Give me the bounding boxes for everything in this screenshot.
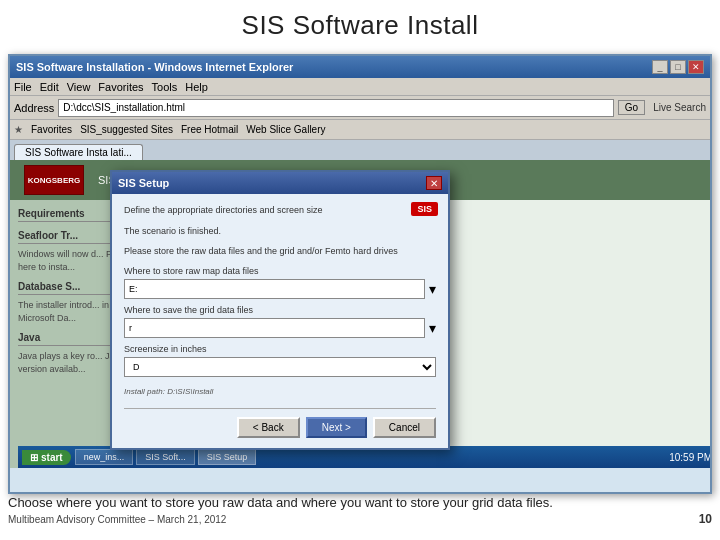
start-label: start (41, 452, 63, 463)
minimize-button[interactable]: _ (652, 60, 668, 74)
taskbar-items: new_ins... SIS Soft... SIS Setup (75, 449, 660, 465)
taskbar-item-sissetup[interactable]: SIS Setup (198, 449, 257, 465)
start-button[interactable]: ⊞ start (22, 450, 71, 465)
browser-favbar: ★ Favorites SIS_suggested Sites Free Hot… (10, 120, 710, 140)
dialog-description-line3: Please store the raw data files and the … (124, 245, 436, 258)
kongsberg-logo: KONGSBERG (24, 165, 84, 195)
sis-setup-dialog: SIS Setup ✕ SIS Define the appropriate d… (110, 170, 450, 450)
caption-org: Multibeam Advisory Committee – March 21,… (8, 514, 226, 525)
dialog-install-note: Install path: D:\SIS\Install (124, 387, 436, 396)
sis-page: KONGSBERG SIS Software Installation Requ… (10, 160, 710, 468)
address-input[interactable] (58, 99, 613, 117)
menu-tools[interactable]: Tools (152, 81, 178, 93)
taskbar-item-newinst[interactable]: new_ins... (75, 449, 134, 465)
raw-data-input[interactable] (124, 279, 425, 299)
fav-hotmail[interactable]: Free Hotmail (181, 124, 238, 135)
dialog-buttons: < Back Next > Cancel (124, 408, 436, 438)
browser-tabbar: SIS Software Insta lati... (10, 140, 710, 160)
live-search-label: Live Search (653, 102, 706, 113)
dialog-titlebar: SIS Setup ✕ (112, 172, 448, 194)
browser-controls: _ □ ✕ (652, 60, 704, 74)
menu-file[interactable]: File (14, 81, 32, 93)
caption-main-text: Choose where you want to store you raw d… (8, 495, 712, 510)
dialog-title: SIS Setup (118, 177, 169, 189)
browser-window: SIS Software Installation - Windows Inte… (8, 54, 712, 494)
address-label: Address (14, 102, 54, 114)
grid-data-label: Where to save the grid data files (124, 305, 436, 315)
close-button[interactable]: ✕ (688, 60, 704, 74)
raw-dropdown-icon[interactable]: ▾ (429, 281, 436, 297)
menu-edit[interactable]: Edit (40, 81, 59, 93)
browser-titlebar: SIS Software Installation - Windows Inte… (10, 56, 710, 78)
browser-tab[interactable]: SIS Software Insta lati... (14, 144, 143, 160)
next-button[interactable]: Next > (306, 417, 367, 438)
taskbar-item-sissoft[interactable]: SIS Soft... (136, 449, 195, 465)
caption-page-number: 10 (699, 512, 712, 526)
grid-dropdown-icon[interactable]: ▾ (429, 320, 436, 336)
windows-icon: ⊞ (30, 452, 38, 463)
browser-title-text: SIS Software Installation - Windows Inte… (16, 61, 293, 73)
dialog-close-button[interactable]: ✕ (426, 176, 442, 190)
dialog-badge: SIS (411, 202, 438, 216)
page-title: SIS Software Install (0, 0, 720, 49)
taskbar-clock: 10:59 PM (663, 452, 710, 463)
back-button[interactable]: < Back (237, 417, 300, 438)
raw-data-label: Where to store raw map data files (124, 266, 436, 276)
fav-suggested[interactable]: SIS_suggested Sites (80, 124, 173, 135)
fav-favorites[interactable]: Favorites (31, 124, 72, 135)
caption-footer: Multibeam Advisory Committee – March 21,… (8, 512, 712, 526)
screensize-label: Screensize in inches (124, 344, 436, 354)
cancel-button[interactable]: Cancel (373, 417, 436, 438)
menu-help[interactable]: Help (185, 81, 208, 93)
menu-view[interactable]: View (67, 81, 91, 93)
grid-data-input[interactable] (124, 318, 425, 338)
dialog-body: SIS Define the appropriate directories a… (112, 194, 448, 448)
dialog-description-line2: The scenario is finished. (124, 225, 436, 238)
browser-menubar: File Edit View Favorites Tools Help (10, 78, 710, 96)
browser-addressbar: Address Go Live Search (10, 96, 710, 120)
caption-area: Choose where you want to store you raw d… (8, 495, 712, 526)
browser-content: KONGSBERG SIS Software Installation Requ… (10, 160, 710, 468)
maximize-button[interactable]: □ (670, 60, 686, 74)
dialog-description-line1: Define the appropriate directories and s… (124, 204, 436, 217)
fav-webslice[interactable]: Web Slice Gallery (246, 124, 325, 135)
go-button[interactable]: Go (618, 100, 645, 115)
menu-favorites[interactable]: Favorites (98, 81, 143, 93)
screensize-select[interactable]: D (124, 357, 436, 377)
